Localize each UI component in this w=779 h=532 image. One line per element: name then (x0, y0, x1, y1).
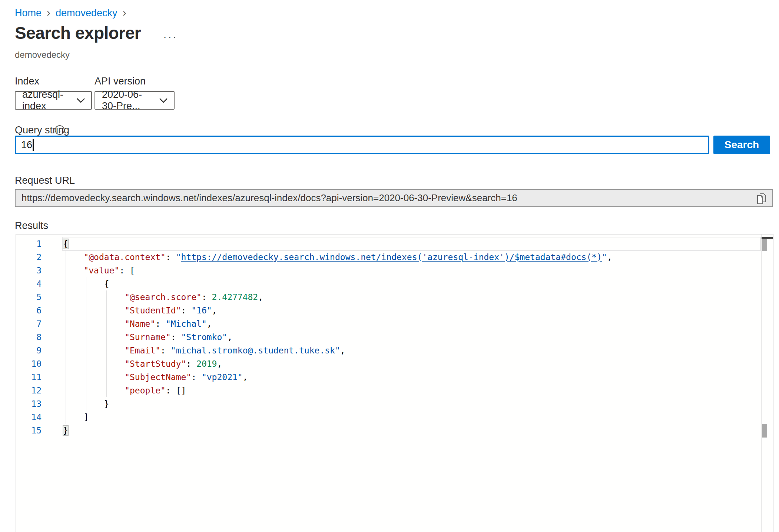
line-number: 2 (16, 250, 42, 264)
chevron-down-icon (76, 98, 85, 103)
line-number: 3 (16, 264, 42, 277)
line-number: 15 (16, 424, 42, 437)
line-number: 4 (16, 277, 42, 290)
results-json-editor[interactable]: 123456789101112131415 { "@odata.context"… (16, 234, 773, 532)
code-line: "Email": "michal.stromko@.student.tuke.s… (63, 344, 760, 357)
code-line: "StartStudy": 2019, (63, 357, 760, 370)
breadcrumb-demovedecky-link[interactable]: demovedecky (56, 7, 117, 19)
line-number: 5 (16, 290, 42, 304)
line-number: 9 (16, 344, 42, 357)
index-label: Index (15, 76, 39, 87)
page-title: Search explorer (15, 23, 141, 43)
overview-ruler (761, 235, 762, 532)
line-number: 14 (16, 410, 42, 424)
breadcrumb-home-link[interactable]: Home (15, 7, 42, 19)
code-line: "Surname": "Stromko", (63, 330, 760, 344)
chevron-down-icon (159, 98, 168, 103)
line-number: 12 (16, 384, 42, 397)
code-line: "people": [] (63, 384, 760, 397)
line-number: 10 (16, 357, 42, 370)
api-version-label: API version (95, 76, 146, 87)
overview-ruler-bracket-mark (762, 424, 767, 438)
request-url-value: https://demovedecky.search.windows.net/i… (21, 192, 517, 204)
code-line: "@search.score": 2.4277482, (63, 290, 760, 304)
code-line: } (63, 424, 760, 437)
code-line: "@odata.context": "https://demovedecky.s… (63, 250, 760, 264)
line-number: 1 (16, 237, 42, 250)
api-version-select-value: 2020-06-30-Pre... (102, 89, 155, 112)
page-subtitle: demovedecky (15, 50, 70, 60)
api-version-select[interactable]: 2020-06-30-Pre... (95, 91, 175, 110)
line-number: 13 (16, 397, 42, 410)
index-select[interactable]: azuresql-index (15, 91, 92, 110)
code-line: "SubjectName": "vp2021", (63, 370, 760, 384)
line-number-gutter: 123456789101112131415 (16, 237, 42, 437)
code-line: "value": [ (63, 264, 760, 277)
line-number: 11 (16, 370, 42, 384)
more-options-button[interactable]: ··· (160, 29, 180, 44)
search-button[interactable]: Search (713, 136, 770, 154)
index-select-value: azuresql-index (22, 89, 72, 112)
text-cursor (33, 139, 34, 151)
copy-icon[interactable] (755, 193, 768, 205)
code-line: { (63, 277, 760, 290)
line-number: 6 (16, 304, 42, 317)
json-code: { "@odata.context": "https://demovedecky… (63, 237, 760, 437)
code-line: { (63, 237, 760, 250)
breadcrumb-separator-icon: › (47, 7, 50, 18)
line-number: 8 (16, 330, 42, 344)
code-line: ] (63, 410, 760, 424)
query-input-value: 16 (21, 139, 32, 151)
breadcrumb: Home › demovedecky › (15, 7, 126, 19)
query-input[interactable]: 16 (15, 136, 709, 154)
vertical-scrollbar-thumb[interactable] (762, 239, 767, 251)
info-icon[interactable]: i (55, 125, 64, 135)
results-label: Results (15, 220, 48, 232)
line-number: 7 (16, 317, 42, 330)
code-line: } (63, 397, 760, 410)
breadcrumb-separator-icon: › (123, 7, 126, 18)
request-url-label: Request URL (15, 175, 75, 186)
code-line: "StudentId": "16", (63, 304, 760, 317)
code-line: "Name": "Michal", (63, 317, 760, 330)
request-url-field[interactable]: https://demovedecky.search.windows.net/i… (15, 189, 773, 207)
